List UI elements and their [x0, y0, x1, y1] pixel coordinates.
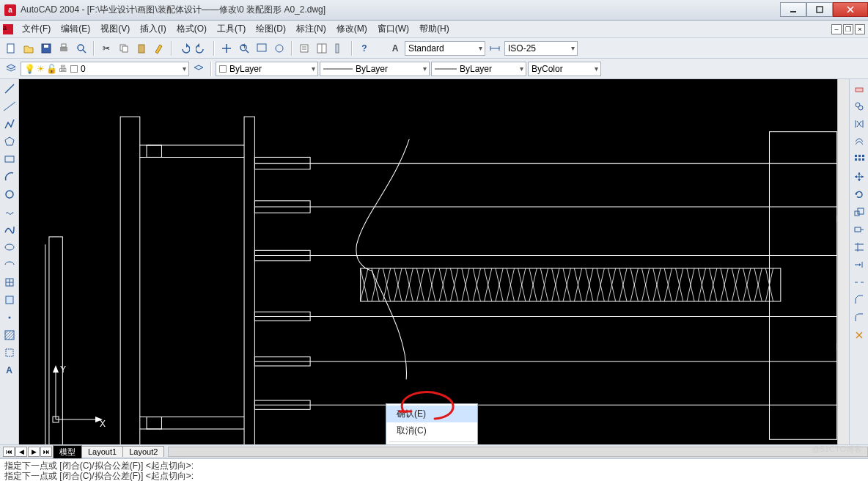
save-icon[interactable] [38, 40, 54, 56]
tab-layout2[interactable]: Layout2 [122, 446, 164, 457]
mirror-icon[interactable] [851, 116, 867, 132]
dim-style-combo[interactable]: ISO-25 [504, 41, 578, 56]
plotstyle-combo[interactable]: ByColor [528, 62, 601, 76]
plotstyle-value: ByColor [532, 64, 563, 74]
zoom-realtime-icon[interactable]: + [236, 40, 252, 56]
preview-icon[interactable] [73, 40, 89, 56]
menu-insert[interactable]: 插入(I) [136, 21, 170, 37]
polyline-icon[interactable] [1, 116, 18, 132]
workspace: A [0, 79, 868, 444]
menu-bar: a 文件(F) 编辑(E) 视图(V) 插入(I) 格式(O) 工具(T) 绘图… [0, 21, 868, 38]
minimize-button[interactable] [780, 2, 806, 17]
revcloud-icon[interactable] [1, 204, 18, 220]
trim-icon[interactable] [851, 239, 867, 255]
window-controls [780, 3, 868, 18]
tab-nav-prev[interactable]: ◀ [15, 447, 27, 457]
layer-prev-icon[interactable] [191, 61, 207, 77]
arc-icon[interactable] [1, 169, 18, 185]
zoom-prev-icon[interactable] [271, 40, 287, 56]
open-icon[interactable] [21, 40, 37, 56]
break-icon[interactable] [851, 274, 867, 290]
print-icon[interactable] [56, 40, 72, 56]
cut-icon[interactable]: ✂ [98, 40, 114, 56]
drawing-canvas[interactable]: Y X 确认(E) 取消(C) 闭合(C) 拟合公差(F) 平移(P) 缩放(Z… [19, 79, 849, 444]
tab-nav-first[interactable]: ⏮ [3, 447, 15, 457]
mtext-icon[interactable]: A [1, 362, 18, 378]
menu-help[interactable]: 帮助(H) [415, 21, 454, 37]
tab-nav-last[interactable]: ⏭ [40, 447, 52, 457]
circle-icon[interactable] [1, 186, 18, 202]
layer-combo[interactable]: 💡 ☀ 🔓 🖶 0 [21, 62, 189, 76]
copy-obj-icon[interactable] [851, 98, 867, 114]
lock-icon: 🔓 [46, 64, 57, 74]
mdi-close-button[interactable]: × [855, 24, 865, 34]
svg-marker-32 [5, 137, 14, 145]
text-style-icon[interactable]: A [387, 40, 403, 56]
doc-icon: a [3, 24, 13, 34]
menu-edit[interactable]: 编辑(E) [56, 21, 95, 37]
line-icon[interactable] [1, 81, 18, 97]
move-icon[interactable] [851, 169, 867, 185]
ellipse-icon[interactable] [1, 239, 18, 255]
menu-window[interactable]: 窗口(W) [373, 21, 413, 37]
copy-icon[interactable] [116, 40, 132, 56]
point-icon[interactable] [1, 309, 18, 326]
scale-icon[interactable] [851, 204, 867, 220]
lightbulb-icon: 💡 [24, 64, 35, 74]
color-combo[interactable]: ByLayer [216, 62, 318, 76]
tool-palette-icon[interactable] [331, 40, 347, 56]
extend-icon[interactable] [851, 257, 867, 273]
horizontal-scrollbar[interactable] [168, 447, 868, 457]
mdi-restore-button[interactable]: ❐ [843, 24, 853, 34]
menu-draw[interactable]: 绘图(D) [251, 21, 290, 37]
chamfer-icon[interactable] [851, 292, 867, 308]
hatch-icon[interactable] [1, 327, 18, 343]
command-window[interactable]: 指定下一点或 [闭合(C)/拟合公差(F)] <起点切向>: 指定下一点或 [闭… [0, 458, 868, 484]
zoom-window-icon[interactable] [254, 40, 270, 56]
spline-icon[interactable] [1, 221, 18, 238]
match-icon[interactable] [151, 40, 167, 56]
properties-icon[interactable] [296, 40, 312, 56]
xline-icon[interactable] [1, 98, 18, 114]
region-icon[interactable] [1, 345, 18, 361]
explode-icon[interactable] [851, 327, 867, 343]
undo-icon[interactable] [176, 40, 192, 56]
menu-format[interactable]: 格式(O) [172, 21, 211, 37]
array-icon[interactable] [851, 151, 867, 167]
close-button[interactable] [833, 2, 868, 17]
menu-modify[interactable]: 修改(M) [332, 21, 372, 37]
polygon-icon[interactable] [1, 133, 18, 150]
menu-file[interactable]: 文件(F) [18, 21, 55, 37]
menu-view[interactable]: 视图(V) [96, 21, 134, 37]
dim-style-icon[interactable] [487, 40, 503, 56]
tab-layout1[interactable]: Layout1 [81, 446, 123, 457]
menu-dimension[interactable]: 标注(N) [292, 21, 331, 37]
maximize-button[interactable] [806, 2, 833, 17]
text-style-combo[interactable]: Standard [405, 41, 485, 56]
pan-icon[interactable] [218, 40, 235, 56]
ellipse-arc-icon[interactable] [1, 257, 18, 273]
ctx-enter[interactable]: 确认(E) [386, 406, 477, 422]
help-icon[interactable]: ? [356, 40, 372, 56]
new-icon[interactable] [3, 40, 19, 56]
mdi-minimize-button[interactable]: – [831, 24, 842, 34]
fillet-icon[interactable] [851, 309, 867, 326]
design-center-icon[interactable] [314, 40, 330, 56]
paste-icon[interactable] [133, 40, 150, 56]
erase-icon[interactable] [851, 81, 867, 97]
stretch-icon[interactable] [851, 221, 867, 238]
redo-icon[interactable] [194, 40, 210, 56]
tab-model[interactable]: 模型 [53, 445, 82, 458]
tab-nav-next[interactable]: ▶ [28, 447, 40, 457]
insert-icon[interactable] [1, 274, 18, 290]
rotate-icon[interactable] [851, 186, 867, 202]
block-icon[interactable] [1, 292, 18, 308]
offset-icon[interactable] [851, 133, 867, 150]
vertical-scrollbar[interactable] [837, 79, 849, 444]
rectangle-icon[interactable] [1, 151, 18, 167]
menu-tools[interactable]: 工具(T) [213, 21, 250, 37]
layer-manager-icon[interactable] [3, 61, 19, 77]
linetype-combo[interactable]: ByLayer [320, 62, 430, 76]
ctx-cancel[interactable]: 取消(C) [386, 422, 477, 439]
lineweight-combo[interactable]: ByLayer [431, 62, 526, 76]
